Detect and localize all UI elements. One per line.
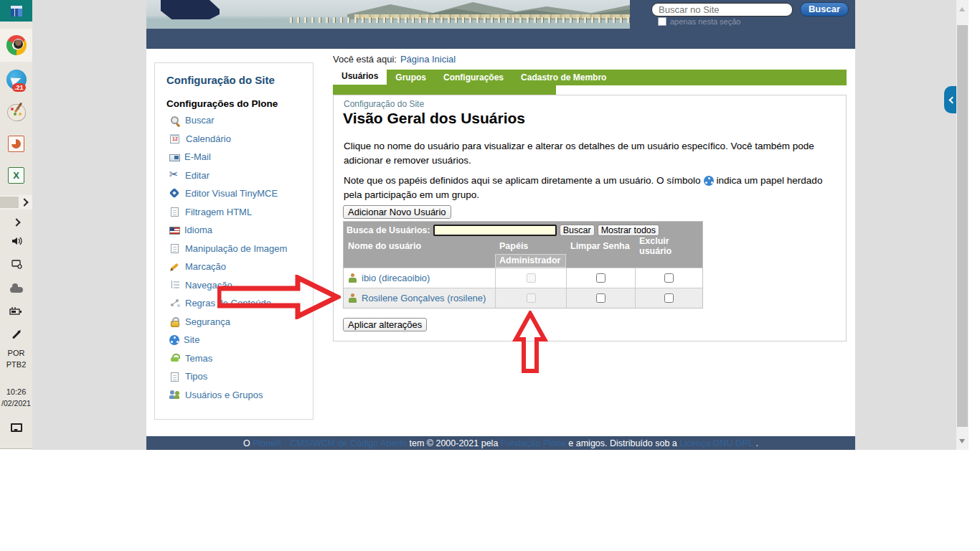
- lock-icon: [169, 316, 181, 327]
- sidebar-item-idioma[interactable]: Idioma: [155, 221, 313, 240]
- telegram-badge: .21: [12, 83, 26, 92]
- content-rules-icon: [169, 298, 181, 309]
- clock-date[interactable]: /02/2021: [0, 399, 32, 408]
- footer-link-foundation[interactable]: Fundação Plone: [501, 438, 566, 448]
- sidebar-item-tinymce[interactable]: Editor Visual TinyMCE: [155, 184, 313, 203]
- sidebar-item-email[interactable]: E-Mail: [155, 148, 313, 166]
- breadcrumb-home-link[interactable]: Página Inicial: [400, 54, 456, 65]
- user-icon: [348, 273, 357, 283]
- user-link-ibio[interactable]: ibio (direcaoibio): [362, 273, 430, 283]
- apply-changes-button[interactable]: Aplicar alterações: [343, 318, 427, 331]
- col-reset-password: Limpar Senha: [566, 241, 635, 251]
- table-header-row: Nome do usuário Papéis Limpar Senha Excl…: [344, 238, 702, 254]
- sidebar-item-marcacao[interactable]: Marcação: [155, 258, 313, 276]
- plone-logo-icon: [169, 335, 179, 345]
- battery-icon[interactable]: [0, 304, 32, 319]
- document-icon: [171, 207, 179, 217]
- calendar-icon: [170, 134, 179, 143]
- config-tabbar: UsuáriosGruposConfiguraçõesCadastro de M…: [333, 70, 847, 85]
- site-banner-photo: [146, 0, 630, 29]
- sidebar-item-tipos[interactable]: Tipos: [155, 367, 313, 386]
- notification-center-icon[interactable]: [0, 420, 32, 435]
- breadcrumb-label: Você está aqui:: [333, 54, 397, 65]
- users-table: Busca de Usuários: Buscar Mostrar todos …: [343, 221, 703, 309]
- site-setup-portlet: Configuração do Site Configurações do Pl…: [154, 62, 314, 420]
- sidebar-item-buscar[interactable]: Buscar: [155, 111, 313, 130]
- sidebar-item-manipulacao-imagem[interactable]: Manipulação de Imagem: [155, 240, 313, 258]
- language-indicator-line2[interactable]: PTB2: [0, 360, 32, 369]
- clock-time[interactable]: 10:26: [0, 387, 32, 396]
- portlet-subtitle: Configurações do Plone: [166, 98, 313, 109]
- calculator-icon[interactable]: [0, 0, 32, 22]
- powerpoint-icon[interactable]: [0, 132, 32, 155]
- scrollbar-down-arrow[interactable]: [959, 439, 965, 446]
- users-groups-icon: [169, 389, 181, 400]
- sidebar-item-site[interactable]: Site: [155, 331, 313, 349]
- footer-link-plone[interactable]: Plone® - CMS/WCM de Código Aberto: [253, 438, 407, 448]
- scissors-icon: [169, 169, 181, 181]
- navigation-tree-icon: [169, 279, 181, 291]
- subcol-administrator: Administrador: [495, 254, 566, 268]
- role-admin-checkbox: [527, 273, 536, 283]
- sidebar-item-calendario[interactable]: Calendário: [155, 130, 313, 149]
- page-title: Visão Geral dos Usuários: [343, 110, 525, 127]
- table-row: ibio (direcaoibio): [344, 268, 702, 288]
- volume-icon[interactable]: [0, 234, 32, 248]
- section-only-label: apenas nesta seção: [670, 17, 740, 26]
- show-all-button[interactable]: Mostrar todos: [598, 225, 659, 236]
- tinymce-diamond-icon: [169, 188, 181, 199]
- tab-usuarios[interactable]: Usuários: [333, 67, 387, 85]
- footer-link-gnu-gpl[interactable]: Licença GNU GPL: [679, 438, 753, 448]
- themes-icon: [169, 352, 181, 364]
- display-cast-icon[interactable]: [0, 257, 32, 271]
- reset-password-checkbox[interactable]: [596, 273, 606, 283]
- tab-grupos[interactable]: Grupos: [387, 70, 435, 85]
- sidebar-item-regras-conteudo[interactable]: Regras de Conteúdo: [155, 294, 313, 313]
- tab-configuracoes[interactable]: Configurações: [435, 70, 512, 85]
- user-search-button[interactable]: Buscar: [560, 225, 595, 236]
- table-row: Rosilene Gonçalves (rosilene): [344, 288, 702, 308]
- user-search-label: Busca de Usuários:: [347, 225, 430, 235]
- role-admin-checkbox: [527, 293, 536, 303]
- os-taskbar: .21 X POR PTB2 10:26 /02/2021: [0, 0, 32, 449]
- language-indicator-line1[interactable]: POR: [0, 349, 32, 357]
- config-tabbar-subrow: [333, 85, 556, 95]
- pen-icon[interactable]: [0, 327, 32, 342]
- user-link-rosilene[interactable]: Rosilene Gonçalves (rosilene): [362, 293, 486, 303]
- paint-palette-icon[interactable]: [0, 100, 32, 125]
- types-document-icon: [171, 372, 179, 382]
- mail-icon: [169, 154, 180, 161]
- sidebar-item-navegacao[interactable]: Navegação: [155, 276, 313, 295]
- tray-expand-icon[interactable]: [0, 215, 32, 230]
- col-user-name: Nome do usuário: [344, 241, 495, 251]
- sidebar-item-filtragem-html[interactable]: Filtragem HTML: [155, 203, 313, 222]
- sidebar-item-seguranca[interactable]: Segurança: [155, 313, 313, 331]
- section-only-checkbox[interactable]: [658, 17, 666, 26]
- tab-cadastro-membro[interactable]: Cadastro de Membro: [512, 70, 615, 85]
- sidebar-item-temas[interactable]: Temas: [155, 349, 313, 368]
- delete-user-checkbox[interactable]: [664, 293, 674, 303]
- col-delete-user: Excluir usuário: [635, 236, 702, 256]
- site-setup-link[interactable]: Configuração do Site: [344, 99, 424, 109]
- onedrive-cloud-icon[interactable]: [0, 281, 32, 296]
- delete-user-checkbox[interactable]: [664, 273, 674, 283]
- sidebar-item-editar[interactable]: Editar: [155, 166, 313, 185]
- search-icon: [169, 115, 181, 126]
- site-search-button[interactable]: Buscar: [800, 2, 849, 17]
- site-footer: O Plone® - CMS/WCM de Código Aberto tem …: [146, 436, 855, 450]
- user-search-input[interactable]: [433, 225, 557, 236]
- taskbar-scroll-strip[interactable]: [0, 195, 32, 209]
- portlet-title: Configuração do Site: [155, 63, 313, 86]
- excel-icon[interactable]: X: [0, 164, 32, 187]
- site-header: Buscar apenas nesta seção: [146, 0, 855, 49]
- site-search-input[interactable]: [651, 3, 793, 17]
- reset-password-checkbox[interactable]: [596, 293, 606, 303]
- add-new-user-button[interactable]: Adicionar Novo Usuário: [343, 205, 451, 219]
- browser-scrollbar[interactable]: [956, 0, 969, 450]
- note-paragraph: Note que os papéis definidos aqui se apl…: [344, 174, 840, 202]
- col-roles: Papéis: [495, 241, 566, 251]
- sidebar-item-usuarios-grupos[interactable]: Usuários e Grupos: [155, 386, 313, 405]
- chrome-profile-avatar: [13, 39, 24, 50]
- scrollbar-up-arrow[interactable]: [959, 4, 965, 11]
- scrollbar-thumb[interactable]: [957, 25, 968, 427]
